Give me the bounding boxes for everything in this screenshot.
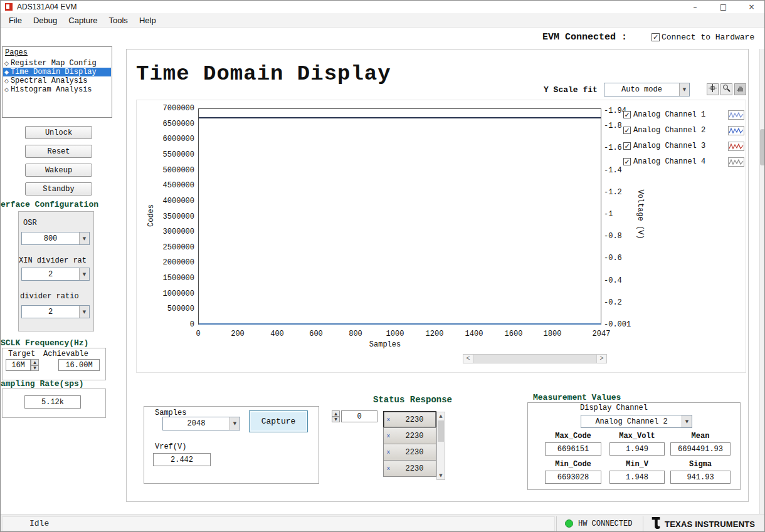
channel-checkbox[interactable]: ✓ bbox=[623, 158, 631, 165]
scroll-right-button[interactable]: > bbox=[597, 355, 606, 363]
samples-dropdown[interactable]: 2048 ▼ bbox=[162, 417, 240, 430]
scrollbar-thumb[interactable] bbox=[438, 420, 444, 442]
y-axis-tick-label: 7000000 bbox=[151, 104, 194, 113]
menu-item-tools[interactable]: Tools bbox=[103, 14, 134, 27]
y-axis-tick-label: 3000000 bbox=[151, 227, 194, 236]
status-response-heading: Status Response bbox=[373, 395, 452, 405]
page-item-histogram-analysis[interactable]: ◇Histogram Analysis bbox=[3, 85, 111, 94]
legend-channel-label: Analog Channel 1 bbox=[633, 110, 705, 119]
channel-checkbox[interactable]: ✓ bbox=[623, 127, 631, 134]
waveform-icon[interactable] bbox=[728, 157, 744, 167]
y2-axis-tick-label: -1.2 bbox=[604, 188, 622, 197]
menu-item-capture[interactable]: Capture bbox=[63, 14, 103, 27]
iclk-divider-dropdown[interactable]: 2 ▼ bbox=[21, 305, 90, 318]
status-row[interactable]: x2230 bbox=[383, 427, 436, 444]
minimize-button[interactable]: – bbox=[681, 1, 709, 13]
waveform-icon[interactable] bbox=[728, 126, 744, 135]
row-x-marker: x bbox=[384, 466, 393, 472]
y2-axis-tick-label: -1.4 bbox=[604, 166, 622, 175]
title-bar: ADS131A04 EVM – □ × bbox=[1, 1, 765, 13]
display-channel-dropdown[interactable]: Analog Channel 2 ▼ bbox=[581, 415, 692, 428]
zoom-tool-button[interactable] bbox=[720, 83, 732, 95]
waveform-icon[interactable] bbox=[728, 142, 744, 151]
page-item-label: Register Map Config bbox=[11, 59, 97, 68]
dropdown-arrow-icon: ▼ bbox=[79, 232, 89, 244]
samples-value: 2048 bbox=[163, 417, 230, 430]
ti-logo-icon bbox=[650, 516, 662, 531]
menu-item-debug[interactable]: Debug bbox=[28, 14, 63, 27]
status-row-value: 2230 bbox=[393, 448, 436, 457]
clkin-divider-dropdown[interactable]: 2 ▼ bbox=[21, 268, 90, 281]
scroll-down-button[interactable]: ▼ bbox=[437, 472, 445, 479]
reset-button[interactable]: Reset bbox=[25, 145, 92, 158]
y-axis-tick-label: 500000 bbox=[151, 305, 194, 313]
channel-checkbox[interactable]: ✓ bbox=[623, 111, 631, 118]
osr-dropdown[interactable]: 800 ▼ bbox=[21, 232, 90, 245]
y-axis-tick-label: 3500000 bbox=[151, 212, 194, 221]
achievable-label: Achievable bbox=[43, 350, 88, 358]
y2-axis-tick-label: -0.8 bbox=[604, 232, 622, 241]
y2-axis-tick-label: -0.4 bbox=[604, 276, 622, 285]
cursor-tool-button[interactable] bbox=[707, 83, 719, 95]
spin-down-button[interactable]: ▼ bbox=[31, 365, 39, 372]
x-axis-tick-label: 1200 bbox=[419, 330, 450, 338]
status-row[interactable]: x2230 bbox=[383, 444, 436, 461]
status-row[interactable]: x2230 bbox=[383, 411, 436, 428]
status-index-value[interactable]: 0 bbox=[341, 410, 377, 422]
scrollbar-thumb[interactable] bbox=[473, 355, 597, 363]
statusbar-divider bbox=[643, 516, 643, 531]
y2-axis-tick-label: -1 bbox=[604, 210, 613, 219]
menu-item-help[interactable]: Help bbox=[134, 14, 162, 27]
standby-button[interactable]: Standby bbox=[25, 182, 92, 196]
legend-item-2: ✓Analog Channel 2 bbox=[623, 125, 744, 135]
osr-label: OSR bbox=[23, 219, 37, 227]
scrollbar-thumb[interactable] bbox=[760, 129, 765, 165]
pages-box: Pages ◇Register Map Config◆Time Domain D… bbox=[2, 46, 112, 118]
hw-connected-label: HW CONNECTED bbox=[578, 519, 639, 528]
unlock-button[interactable]: Unlock bbox=[25, 126, 92, 139]
dropdown-arrow-icon: ▼ bbox=[79, 268, 89, 280]
status-list-scrollbar: ▲ ▼ bbox=[436, 412, 445, 480]
display-channel-value: Analog Channel 2 bbox=[581, 415, 682, 427]
check-icon: ✓ bbox=[624, 143, 630, 150]
dropdown-arrow-icon: ▼ bbox=[682, 415, 692, 427]
row-x-marker: x bbox=[384, 449, 393, 456]
pan-tool-button[interactable] bbox=[734, 83, 746, 95]
wakeup-button[interactable]: Wakeup bbox=[25, 164, 92, 177]
maximize-button[interactable]: □ bbox=[709, 1, 737, 13]
diamond-icon: ◇ bbox=[4, 86, 9, 93]
page-item-label: Spectral Analysis bbox=[11, 76, 87, 85]
menu-item-file[interactable]: File bbox=[3, 14, 28, 27]
close-button[interactable]: × bbox=[737, 1, 765, 13]
y-axis-tick-label: 1500000 bbox=[151, 274, 194, 283]
capture-button[interactable]: Capture bbox=[249, 410, 308, 432]
diamond-icon: ◆ bbox=[4, 69, 9, 75]
vref-input[interactable]: 2.442 bbox=[153, 453, 211, 466]
measurement-field-value: 1.949 bbox=[609, 442, 665, 456]
page-item-register-map-config[interactable]: ◇Register Map Config bbox=[3, 59, 111, 68]
window-controls: – □ × bbox=[681, 1, 765, 13]
check-icon: ✓ bbox=[653, 34, 658, 41]
page-item-time-domain-display[interactable]: ◆Time Domain Display bbox=[3, 68, 111, 76]
check-icon: ✓ bbox=[624, 159, 630, 165]
x-axis-tick-label: 1800 bbox=[537, 330, 568, 338]
series-line-baseline bbox=[199, 323, 601, 325]
scroll-left-button[interactable]: < bbox=[463, 355, 473, 363]
page-item-spectral-analysis[interactable]: ◇Spectral Analysis bbox=[3, 76, 111, 85]
spin-down-button[interactable]: ▼ bbox=[332, 417, 340, 423]
connect-to-hardware-checkbox[interactable]: ✓ bbox=[652, 33, 660, 41]
spin-up-button[interactable]: ▲ bbox=[31, 359, 39, 365]
y-axis-tick-label: 4500000 bbox=[151, 181, 194, 190]
scroll-up-button[interactable]: ▲ bbox=[437, 412, 445, 420]
spin-up-button[interactable]: ▲ bbox=[332, 410, 340, 417]
target-frequency-input[interactable]: 16M bbox=[6, 359, 31, 371]
x-axis-title: Samples bbox=[363, 340, 407, 349]
waveform-icon[interactable] bbox=[728, 110, 744, 120]
status-message: Idle bbox=[29, 519, 49, 528]
status-row[interactable]: x2230 bbox=[383, 460, 436, 477]
iclk-divider-value: 2 bbox=[22, 306, 79, 318]
y-scale-fit-dropdown[interactable]: Auto mode ▼ bbox=[604, 83, 690, 96]
legend-channel-label: Analog Channel 3 bbox=[633, 142, 705, 150]
magnifier-icon bbox=[722, 84, 731, 95]
channel-checkbox[interactable]: ✓ bbox=[623, 142, 631, 150]
